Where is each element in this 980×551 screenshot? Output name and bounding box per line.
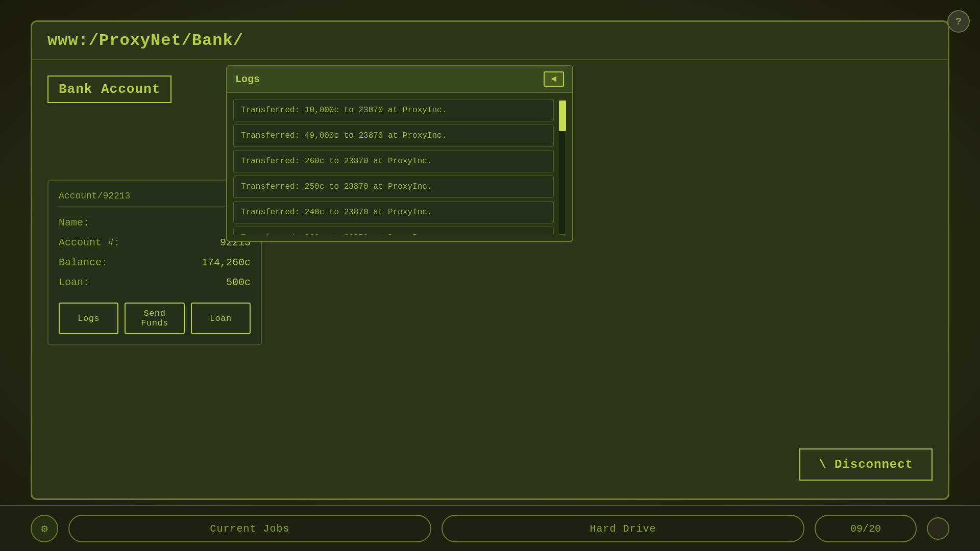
loan-row: Loan: 500c (59, 277, 251, 288)
settings-icon: ⚙ (41, 522, 47, 536)
send-funds-button[interactable]: Send Funds (125, 303, 184, 334)
current-jobs-tab[interactable]: Current Jobs (68, 515, 431, 542)
account-card-header: Account/92213 (59, 191, 251, 207)
loan-value: 500c (226, 277, 251, 288)
help-button[interactable]: ? (947, 10, 970, 33)
name-label: Name: (59, 217, 89, 229)
logs-header: Logs ◄ (227, 66, 572, 93)
status-circle (927, 517, 949, 540)
main-window: www:/ProxyNet/Bank/ Bank Account Account… (31, 20, 949, 500)
list-item: Transferred: 49,000c to 23870 at ProxyIn… (233, 124, 554, 147)
hard-drive-tab[interactable]: Hard Drive (442, 515, 804, 542)
loan-label: Loan: (59, 277, 89, 288)
account-number-row: Account #: 92213 (59, 237, 251, 248)
logs-scrollbar-thumb (559, 101, 566, 131)
counter-display: 09/20 (815, 515, 917, 542)
loan-button[interactable]: Loan (191, 303, 251, 334)
logs-panel: Logs ◄ Transferred: 10,000c to 23870 at … (226, 65, 573, 242)
title-bar: www:/ProxyNet/Bank/ (32, 22, 948, 60)
logs-back-button[interactable]: ◄ (544, 71, 564, 87)
balance-label: Balance: (59, 257, 108, 268)
name-row: Name: (59, 217, 251, 229)
logs-title: Logs (235, 73, 260, 85)
content-area: Bank Account Account/92213 Name: Account… (32, 60, 948, 496)
balance-value: 174,260c (202, 257, 251, 268)
account-number-label: Account #: (59, 237, 120, 248)
list-item-partial: Transferred: 230c to 23870 at ProxyInc. (233, 227, 554, 235)
balance-row: Balance: 174,260c (59, 257, 251, 268)
logs-button[interactable]: Logs (59, 303, 118, 334)
bottom-bar: ⚙ Current Jobs Hard Drive 09/20 (0, 505, 980, 551)
help-icon: ? (955, 16, 962, 28)
logs-scrollbar[interactable] (558, 99, 566, 235)
logs-content: Transferred: 10,000c to 23870 at ProxyIn… (227, 93, 572, 241)
list-item: Transferred: 250c to 23870 at ProxyInc. (233, 176, 554, 198)
disconnect-button[interactable]: \ Disconnect (799, 448, 933, 481)
list-item: Transferred: 10,000c to 23870 at ProxyIn… (233, 99, 554, 121)
list-item: Transferred: 260c to 23870 at ProxyInc. (233, 150, 554, 172)
back-arrow-icon: ◄ (551, 74, 557, 84)
account-buttons: Logs Send Funds Loan (59, 303, 251, 334)
logs-list: Transferred: 10,000c to 23870 at ProxyIn… (233, 99, 554, 235)
settings-button[interactable]: ⚙ (31, 515, 58, 542)
bank-account-title: Bank Account (47, 76, 172, 103)
window-title: www:/ProxyNet/Bank/ (47, 31, 243, 50)
list-item: Transferred: 240c to 23870 at ProxyInc. (233, 201, 554, 223)
